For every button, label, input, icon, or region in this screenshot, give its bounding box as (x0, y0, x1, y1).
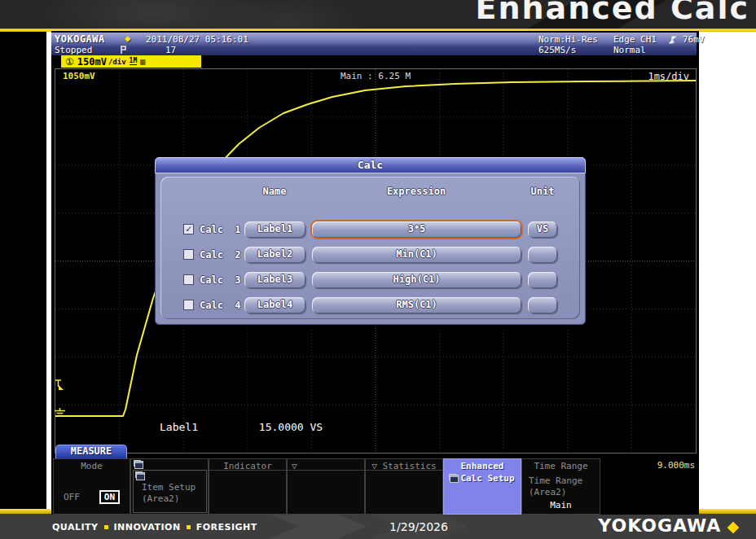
measurement-label: Label1 (160, 421, 253, 433)
softkey-menu: Mode OFF ON Item Setup (Area2) Indicator… (51, 458, 699, 515)
menu-indicator[interactable]: Indicator (209, 458, 287, 515)
measurement-readout: Label1 15.0000 VS (160, 421, 323, 433)
calc4-label: Calc 4 (200, 300, 241, 311)
calc4-expression-field[interactable]: RMS(C1) (312, 297, 521, 313)
channel-number: ① (65, 56, 74, 68)
acquisition-status: Stopped (55, 45, 92, 55)
trigger-count: 17 (165, 45, 176, 55)
channel-per-div: /div (108, 58, 126, 66)
record-length-label: Main : 6.25 M (341, 71, 411, 81)
item-setup-panel[interactable]: Item Setup (Area2) (133, 470, 207, 513)
calc3-expression-field[interactable]: High(C1) (312, 272, 521, 288)
display-icon (450, 475, 459, 483)
dialog-title: Calc (155, 157, 586, 173)
calc-row-1: ✓ Calc 1 Label1 3*5 VS (160, 221, 580, 238)
channel1-badge[interactable]: ① 150mV /div 1M ▥ (61, 55, 201, 68)
channel-impedance-icon: 1M (130, 58, 138, 65)
time-range-line1: Time Range (529, 475, 582, 487)
dialog-body: Name Expression Unit ✓ Calc 1 Label1 3*5… (160, 177, 580, 319)
rising-edge-icon (668, 35, 678, 45)
item-setup-line2: (Area2) (142, 493, 196, 505)
acquisition-mode: Norm:Hi-Res (538, 34, 598, 45)
menu-time-range[interactable]: Time Range Time Range (Area2) Main (521, 458, 600, 515)
time-cursor-value: 9.000ms (657, 460, 695, 471)
calc2-checkbox[interactable] (183, 249, 194, 260)
tab-measure[interactable]: MEASURE (55, 445, 127, 458)
menu-item-setup[interactable]: Item Setup (Area2) (130, 458, 209, 515)
calc3-name-button[interactable]: Label3 (244, 272, 305, 288)
column-header-name: Name (263, 186, 287, 197)
calc2-expression-field[interactable]: Min(C1) (312, 247, 521, 263)
time-range-title: Time Range (522, 459, 600, 471)
trigger-level-marker[interactable] (54, 379, 64, 390)
map-texture (204, 0, 367, 28)
time-range-value[interactable]: Main (522, 500, 600, 511)
timebase-label: 1ms/div (648, 71, 689, 82)
calc1-name-button[interactable]: Label1 (244, 221, 305, 238)
calc3-unit-button[interactable] (528, 272, 557, 288)
mode-off[interactable]: OFF (64, 492, 80, 502)
item-setup-line1: Item Setup (142, 482, 196, 493)
menu-mode[interactable]: Mode OFF ON (53, 458, 130, 515)
display-icon (136, 472, 145, 480)
trigger-source: Edge CH1 (613, 34, 657, 45)
column-header-expression: Expression (387, 186, 446, 197)
channel-scale: 150mV (77, 56, 107, 68)
calc4-name-button[interactable]: Label4 (244, 297, 305, 313)
time-range-line2: (Area2) (529, 487, 582, 498)
calc2-name-button[interactable]: Label2 (244, 247, 305, 263)
column-header-unit: Unit (531, 186, 555, 197)
calc-row-4: Calc 4 Label4 RMS(C1) (160, 297, 580, 313)
mode-title: Mode (54, 459, 130, 471)
voltage-position-label: 1050mV (63, 71, 95, 81)
slide-title: Enhanced Calc (475, 0, 749, 26)
footer-brand: YOKOGAWA ◆ (598, 515, 740, 536)
menu-statistics[interactable]: ▽ Statistics (365, 458, 443, 515)
calc4-unit-button[interactable] (528, 297, 557, 313)
ground-level-marker (54, 408, 66, 418)
calc2-label: Calc 2 (200, 249, 241, 261)
calc4-checkbox[interactable] (183, 300, 194, 310)
calc2-unit-button[interactable] (528, 247, 557, 263)
trigger-level: 76mV (683, 34, 705, 45)
scope-datetime: 2011/08/27 05:16:01 (146, 34, 248, 45)
calc1-unit-button[interactable]: VS (528, 221, 557, 238)
channel-filter-icon: ▥ (140, 58, 145, 66)
display-icon (134, 461, 143, 469)
sample-rate: 625MS/s (538, 45, 576, 55)
calc1-expression-field[interactable]: 3*5 (312, 221, 521, 238)
scope-brand: YOKOGAWA (55, 33, 105, 45)
slide-title-band: Enhanced Calc (0, 0, 756, 28)
menu-blank[interactable]: ▽ (287, 458, 365, 515)
trigger-mode: Normal (613, 45, 646, 55)
calc3-checkbox[interactable] (183, 274, 194, 285)
scope-status-bar: YOKOGAWA ◆ 2011/08/27 05:16:01 Stopped 1… (51, 33, 697, 55)
scope-brand-diamond-icon: ◆ (125, 33, 130, 44)
calc1-label: Calc 1 (200, 224, 241, 235)
menu-enhanced-calc-setup[interactable]: Enhanced Calc Setup (443, 458, 521, 515)
calc-row-3: Calc 3 Label3 High(C1) (160, 272, 580, 288)
left-black-strip (0, 32, 46, 515)
mode-on[interactable]: ON (99, 490, 120, 504)
measurement-value: 15.0000 VS (259, 421, 323, 433)
enhanced-line2: Calc Setup (460, 473, 514, 484)
calc-dialog: Calc Name Expression Unit ✓ Calc 1 Label… (155, 157, 586, 325)
trigger-position-icon (120, 46, 127, 55)
brand-wordmark: YOKOGAWA (598, 515, 721, 536)
brand-diamond-icon: ◆ (727, 517, 740, 535)
slide-footer: QUALITY INNOVATION FORESIGHT 1/29/2026 Y… (0, 514, 756, 539)
calc3-label: Calc 3 (200, 274, 241, 286)
enhanced-line1: Enhanced (444, 459, 521, 471)
calc1-checkbox[interactable]: ✓ (183, 224, 194, 234)
calc-row-2: Calc 2 Label2 Min(C1) (160, 247, 580, 263)
oscilloscope-screen: YOKOGAWA ◆ 2011/08/27 05:16:01 Stopped 1… (51, 31, 699, 515)
